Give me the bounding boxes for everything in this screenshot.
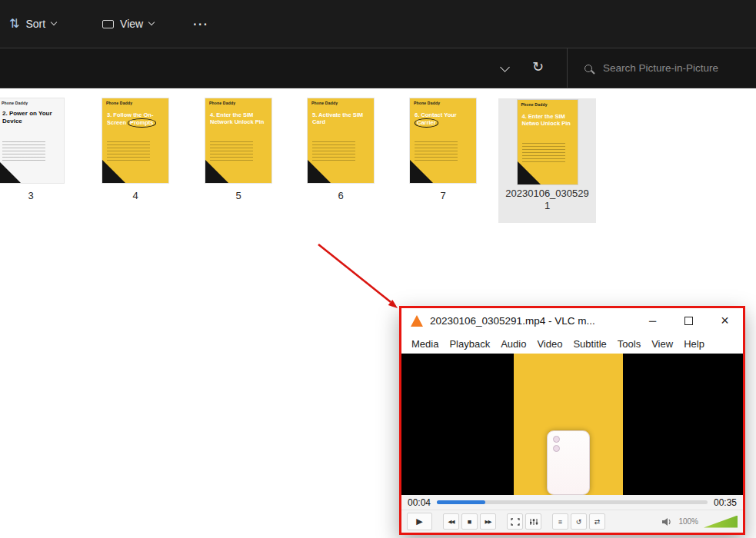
more-options-button[interactable]: ⋯ [183,12,217,36]
equalizer-icon [529,518,538,526]
play-icon: ▶ [416,516,422,526]
maximize-icon [684,317,693,325]
file-name: 6 [308,190,374,201]
vlc-menu-bar: Media Playback Audio Video Subtitle Tool… [401,334,743,354]
time-total: 00:35 [714,497,737,508]
vlc-cone-icon [411,315,423,327]
file-name: 5 [205,190,271,201]
sort-icon: ⇅ [9,18,19,30]
speaker-icon [661,517,672,526]
playlist-icon: ≡ [558,518,562,526]
file-item[interactable]: Phone Daddy 6. Contact Your Carrier 7 [410,98,476,201]
vlc-seek-row: 00:04 00:35 [401,495,743,510]
view-icon [102,20,114,28]
fullscreen-icon [511,518,520,526]
seek-bar[interactable] [437,500,708,504]
menu-audio[interactable]: Audio [501,338,526,350]
previous-button[interactable]: ◀◀ [443,513,459,530]
file-item-selected[interactable]: Phone Daddy 4. Enter the SIM Netwo Unloc… [498,98,596,223]
random-button[interactable]: ⇄ [589,513,605,530]
card-corner-shape [205,160,228,183]
card-title: 2. Power on Your Device [2,110,60,125]
menu-subtitle[interactable]: Subtitle [573,338,606,350]
seek-progress [437,500,485,504]
minimize-button[interactable]: ─ [634,308,671,334]
card-corner-shape [0,160,21,183]
address-dropdown-chevron-icon[interactable] [500,62,510,72]
fullscreen-button[interactable] [507,513,523,530]
card-title: 4. Enter the SIM Network Unlock Pin [210,111,268,126]
loop-icon: ↺ [576,518,582,526]
card-corner-shape [518,161,541,184]
view-button[interactable]: View [95,12,162,36]
menu-media[interactable]: Media [411,338,438,350]
close-button[interactable]: × [707,308,743,334]
card-title: 6. Contact Your Carrier [415,111,472,128]
file-name: 20230106_0305291 [505,188,591,213]
menu-view[interactable]: View [651,338,673,350]
vlc-controls-bar: ▶ ◀◀ ■ ▶▶ ≡ ↺ ⇄ 100% [401,510,743,533]
file-thumbnail: Phone Daddy 4. Enter the SIM Netwo Unloc… [518,100,578,184]
search-box [568,48,756,88]
menu-help[interactable]: Help [684,338,704,350]
file-thumbnail: Phone Daddy 6. Contact Your Carrier [410,98,476,183]
file-thumbnail: Phone Daddy 5. Activate the SIM Card [308,98,374,183]
maximize-button[interactable] [671,308,707,334]
file-item[interactable]: Phone Daddy 5. Activate the SIM Card 6 [308,98,374,201]
card-brand: Phone Daddy [209,101,235,105]
card-title: 3. Follow the On-Screen Prompts [107,111,165,128]
volume-slider[interactable] [704,516,738,528]
extended-settings-button[interactable] [525,513,541,530]
playlist-button[interactable]: ≡ [552,513,568,530]
file-name: 3 [0,190,64,201]
card-title: 4. Enter the SIM Netwo Unlock Pin [522,113,574,128]
card-brand: Phone Daddy [521,102,548,107]
search-icon [584,65,592,72]
file-name: 7 [410,190,476,201]
chevron-down-icon [51,19,57,25]
file-thumbnail: Phone Daddy 2. Power on Your Device [0,98,64,183]
file-thumbnail: Phone Daddy 3. Follow the On-Screen Prom… [102,98,168,183]
play-button[interactable]: ▶ [407,513,432,530]
stop-icon: ■ [468,518,471,526]
stop-button[interactable]: ■ [461,513,478,530]
shuffle-icon: ⇄ [594,518,601,526]
vlc-window: 20230106_0305291.mp4 - VLC m... ─ × Medi… [399,306,745,535]
next-icon: ▶▶ [485,519,491,525]
refresh-icon[interactable]: ↻ [532,58,544,75]
card-brand: Phone Daddy [414,101,440,105]
menu-playback[interactable]: Playback [449,338,490,350]
card-corner-shape [102,160,125,183]
next-button[interactable]: ▶▶ [480,513,496,530]
video-frame-phone-image [547,430,590,495]
file-name: 4 [102,190,168,201]
vlc-window-title: 20230106_0305291.mp4 - VLC m... [430,315,634,327]
phone-camera-dot [553,445,560,452]
video-frame-yellow-background [514,354,623,495]
card-brand: Phone Daddy [2,101,28,105]
annotation-arrow [309,238,409,315]
volume-percentage: 100% [678,517,698,526]
loop-button[interactable]: ↺ [571,513,587,530]
search-input[interactable] [601,61,756,75]
file-item[interactable]: Phone Daddy 4. Enter the SIM Network Unl… [205,98,271,201]
address-bar: ↻ [0,48,756,88]
file-thumbnail: Phone Daddy 4. Enter the SIM Network Unl… [205,98,271,183]
card-brand: Phone Daddy [311,101,338,105]
menu-video[interactable]: Video [537,338,562,350]
sort-button[interactable]: ⇅ Sort [2,12,64,36]
sort-label: Sort [25,18,45,30]
view-label: View [120,18,143,30]
menu-tools[interactable]: Tools [618,338,641,350]
card-brand: Phone Daddy [106,101,132,105]
card-corner-shape [410,160,433,183]
card-corner-shape [308,160,331,183]
chevron-down-icon [148,19,155,25]
file-item[interactable]: Phone Daddy 3. Follow the On-Screen Prom… [102,98,168,201]
previous-icon: ◀◀ [448,519,455,525]
vlc-title-bar[interactable]: 20230106_0305291.mp4 - VLC m... ─ × [401,308,743,334]
explorer-toolbar: ⇅ Sort View ⋯ [0,0,756,48]
card-title: 5. Activate the SIM Card [312,111,370,126]
time-elapsed: 00:04 [408,497,431,508]
file-item[interactable]: Phone Daddy 2. Power on Your Device 3 [0,98,64,201]
